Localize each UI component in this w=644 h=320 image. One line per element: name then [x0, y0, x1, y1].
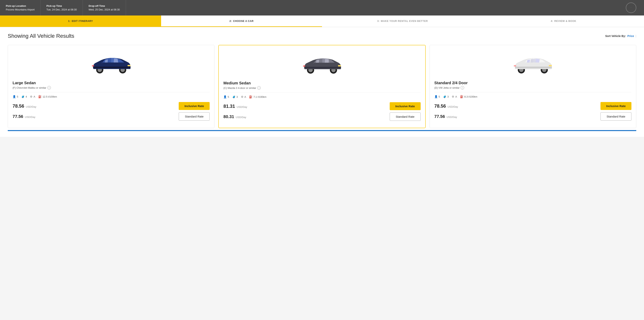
inclusive-pricing-row-1: 78.56 USD/Day Inclusive Rate: [12, 102, 210, 110]
step-2-label: CHOOSE A CAR: [233, 20, 254, 23]
info-icon-medium-sedan[interactable]: i: [257, 86, 261, 90]
step-1-number: 1:: [68, 20, 70, 23]
standard-price-2: 80.31 USD/Day: [223, 114, 246, 119]
step-2-choose-car[interactable]: 2: CHOOSE A CAR: [161, 16, 322, 27]
spec-passengers-value-1: 5: [17, 95, 18, 98]
car-image-standard-door: [434, 50, 632, 77]
bag-icon-2: 🧳: [232, 95, 236, 98]
car-cards-container: Large Sedan (F) Chevrolet Malibu or simi…: [8, 45, 636, 128]
spec-passengers-3: 👤 5: [434, 95, 440, 98]
svg-rect-18: [549, 65, 552, 66]
spec-transmission-value-2: A: [244, 95, 246, 98]
step-4-label: REVIEW & BOOK: [554, 20, 576, 23]
step-2-number: 2:: [229, 20, 232, 23]
svg-rect-19: [514, 65, 516, 66]
fuel-icon-3: ⛽: [460, 95, 463, 98]
spec-bags-value-2: 3: [236, 95, 238, 98]
inclusive-price-1: 78.56 USD/Day: [12, 103, 36, 109]
car-specs-standard-door: 👤 5 🧳 3 ⚙ A ⛽ 8.3 l/100km: [434, 92, 632, 98]
person-icon-3: 👤: [434, 95, 438, 98]
info-icon-large-sedan[interactable]: i: [48, 86, 51, 89]
dropoff-time-label: Drop-off Time: [88, 5, 120, 7]
inclusive-pricing-row-3: 78.56 USD/Day Inclusive Rate: [434, 102, 632, 110]
pickup-time-section: Pick-up Time Tue, 24 Dec, 2024 at 08:30: [40, 0, 83, 16]
spec-transmission-1: ⚙ A: [30, 95, 35, 98]
inclusive-price-2: 81.31 USD/Day: [223, 104, 247, 109]
sort-bar: Sort Vehicle By: Price |: [605, 35, 636, 38]
car-specs-medium-sedan: 👤 5 🧳 3 ⚙ A ⛽ 7.1 l/100km: [223, 92, 420, 98]
sort-price-option[interactable]: Price: [627, 35, 634, 38]
transmission-icon-2: ⚙: [241, 95, 244, 98]
car-card-standard-door: Standard 2/4 Door (D) VW Jetta or simila…: [430, 45, 636, 128]
step-3-label: MAKE YOUR RENTAL EVEN BETTER: [381, 20, 428, 23]
spec-fuel-value-2: 7.1 l/100km: [253, 95, 266, 98]
header-bar: Pick-up Location Pocono Mountains Airpor…: [0, 0, 644, 16]
standard-pricing-row-1: 77.56 USD/Day Standard Rate: [12, 112, 210, 121]
car-card-large-sedan: Large Sedan (F) Chevrolet Malibu or simi…: [8, 45, 214, 128]
step-1-label: EDIT ITINERARY: [72, 20, 93, 23]
inclusive-rate-button-1[interactable]: Inclusive Rate: [179, 102, 210, 110]
dropoff-time-value: Wed, 25 Dec, 2024 at 08:30: [88, 8, 120, 11]
car-name-standard-door: Standard 2/4 Door: [434, 81, 632, 85]
step-4-review-book[interactable]: 4: REVIEW & BOOK: [483, 16, 644, 27]
car-name-medium-sedan: Medium Sedan: [223, 81, 420, 85]
svg-rect-7: [92, 65, 94, 66]
inclusive-pricing-row-2: 81.31 USD/Day Inclusive Rate: [223, 102, 420, 110]
results-title: Showing All Vehicle Results: [8, 33, 74, 39]
cart-icon[interactable]: [626, 3, 636, 13]
inclusive-rate-button-3[interactable]: Inclusive Rate: [600, 102, 632, 110]
spec-transmission-2: ⚙ A: [241, 95, 246, 98]
car-specs-large-sedan: 👤 5 🧳 4 ⚙ A ⛽ 12.5 l/100km: [12, 92, 210, 98]
pickup-time-label: Pick-up Time: [46, 5, 77, 7]
spec-passengers-value-2: 5: [228, 95, 229, 98]
transmission-icon-1: ⚙: [30, 95, 32, 98]
sort-divider: |: [636, 35, 636, 38]
car-image-medium-sedan: [223, 50, 420, 77]
car-sub-large-sedan: (F) Chevrolet Malibu or similar i: [12, 86, 210, 89]
spec-fuel-value-3: 8.3 l/100km: [464, 95, 477, 98]
steps-navigation: 1: EDIT ITINERARY 2: CHOOSE A CAR 3: MAK…: [0, 16, 644, 27]
step-4-number: 4:: [551, 20, 553, 23]
step-1-edit-itinerary[interactable]: 1: EDIT ITINERARY: [0, 16, 161, 27]
dropoff-time-section: Drop-off Time Wed, 25 Dec, 2024 at 08:30: [83, 0, 126, 16]
results-header: Showing All Vehicle Results Sort Vehicle…: [8, 33, 636, 39]
inclusive-price-3: 78.56 USD/Day: [434, 103, 458, 109]
standard-rate-button-1[interactable]: Standard Rate: [179, 112, 210, 121]
spec-fuel-1: ⛽ 12.5 l/100km: [38, 95, 57, 98]
pickup-location-section: Pick-up Location Pocono Mountains Airpor…: [0, 0, 40, 16]
pickup-time-value: Tue, 24 Dec, 2024 at 08:30: [46, 8, 77, 11]
progress-bar: [8, 130, 636, 131]
fuel-icon-2: ⛽: [249, 95, 252, 98]
inclusive-rate-button-2[interactable]: Inclusive Rate: [390, 102, 421, 110]
pickup-location-label: Pick-up Location: [6, 5, 34, 7]
spec-bags-1: 🧳 4: [21, 95, 27, 98]
standard-price-1: 77.56 USD/Day: [12, 114, 36, 119]
car-name-large-sedan: Large Sedan: [12, 81, 210, 85]
spec-bags-value-1: 4: [26, 95, 27, 98]
spec-passengers-1: 👤 5: [12, 95, 18, 98]
car-sub-standard-door: (D) VW Jetta or similar i: [434, 86, 632, 89]
transmission-icon-3: ⚙: [452, 95, 454, 98]
standard-rate-button-2[interactable]: Standard Rate: [390, 113, 421, 121]
spec-bags-3: 🧳 3: [443, 95, 449, 98]
spec-transmission-value-1: A: [34, 95, 35, 98]
main-content: Showing All Vehicle Results Sort Vehicle…: [0, 27, 644, 137]
standard-pricing-row-3: 77.56 USD/Day Standard Rate: [434, 112, 632, 121]
step-3-rental-extras[interactable]: 3: MAKE YOUR RENTAL EVEN BETTER: [322, 16, 483, 27]
standard-pricing-row-2: 80.31 USD/Day Standard Rate: [223, 113, 420, 121]
spec-passengers-value-3: 5: [438, 95, 440, 98]
car-card-medium-sedan: Medium Sedan (C) Mazda 3 4-door or simil…: [218, 45, 426, 128]
standard-price-3: 77.56 USD/Day: [434, 114, 457, 119]
spec-transmission-3: ⚙ A: [452, 95, 457, 98]
bag-icon-1: 🧳: [21, 95, 24, 98]
spec-bags-value-3: 3: [447, 95, 449, 98]
person-icon-1: 👤: [12, 95, 16, 98]
fuel-icon-1: ⛽: [38, 95, 42, 98]
pickup-location-value: Pocono Mountains Airport: [6, 8, 34, 11]
spec-fuel-2: ⛽ 7.1 l/100km: [249, 95, 266, 98]
svg-rect-12: [338, 65, 341, 66]
step-3-number: 3:: [377, 20, 380, 23]
standard-rate-button-3[interactable]: Standard Rate: [600, 112, 632, 121]
spec-transmission-value-3: A: [455, 95, 457, 98]
info-icon-standard-door[interactable]: i: [461, 86, 464, 89]
